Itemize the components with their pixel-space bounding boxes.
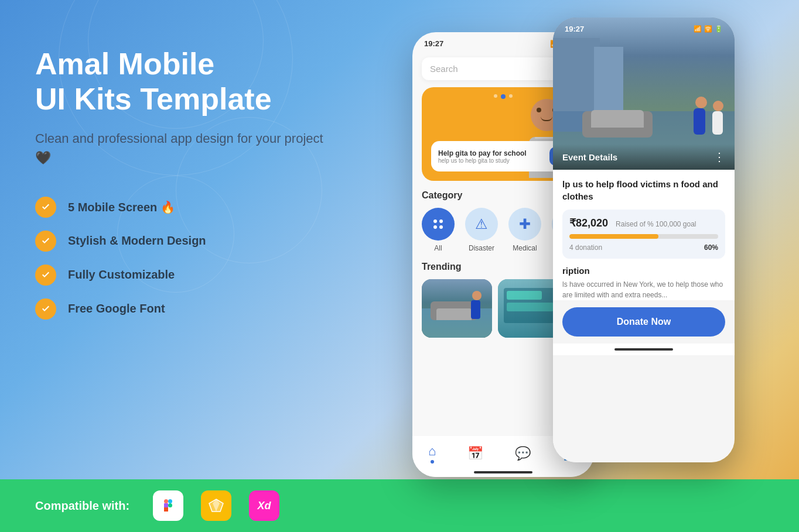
category-all[interactable]: All: [422, 208, 455, 252]
nav-calendar[interactable]: 📅: [467, 446, 483, 461]
event-header-image: 19:27 📶 🛜 🔋: [553, 18, 735, 170]
compat-bar: Compatible with: Xd: [0, 479, 799, 532]
hero-title: Help gita to pay for school: [438, 149, 527, 157]
bullet-1: [35, 197, 56, 218]
dot-2: [501, 94, 506, 99]
phone2-battery-icon: 🔋: [715, 25, 723, 33]
svg-rect-1: [168, 499, 172, 503]
category-medical[interactable]: ✚ Medical: [508, 208, 541, 252]
category-disaster[interactable]: ⚠ Disaster: [465, 208, 498, 252]
progress-bar: [569, 234, 718, 239]
cat-icon-all: [422, 208, 455, 241]
page-subtitle: Clean and professional app design for yo…: [35, 129, 340, 167]
cat-label-all: All: [434, 244, 442, 252]
raised-row: ₹82,020 Raised of % 100,000 goal 4 donat…: [562, 210, 725, 259]
phone1-time: 19:27: [424, 39, 443, 48]
cat-icon-disaster: ⚠: [465, 208, 498, 241]
hero-dots: [494, 94, 513, 99]
chat-icon: 💬: [515, 446, 531, 461]
phones-container: 19:27 📶 🛜 🔋 Search | 🔍: [401, 0, 799, 479]
donation-pct: 60%: [704, 243, 718, 252]
raised-goal: Raised of % 100,000 goal: [616, 220, 696, 228]
donation-row: 4 donation 60%: [569, 243, 718, 252]
nav-home[interactable]: ⌂: [428, 444, 436, 464]
features-list: 5 Mobile Screen 🔥 Stylish & Modern Desig…: [35, 197, 340, 320]
page-title: Amal Mobile UI Kits Template: [35, 47, 340, 117]
event-headline: lp us to help flood victims n food and c…: [562, 178, 725, 202]
home-indicator: [431, 460, 434, 464]
phone2-status-bar: 19:27 📶 🛜 🔋: [553, 18, 735, 38]
left-panel: Amal Mobile UI Kits Template Clean and p…: [35, 47, 340, 343]
donate-now-button[interactable]: Donate Now: [562, 307, 725, 337]
description-text: ls have occurred in New York, we to help…: [562, 279, 725, 300]
svg-point-8: [433, 219, 437, 223]
svg-point-10: [433, 225, 437, 229]
svg-rect-0: [164, 499, 168, 503]
feature-text-2: Stylish & Modern Design: [68, 234, 206, 248]
phone2-home-bar-container: [553, 344, 735, 355]
bullet-2: [35, 231, 56, 252]
cat-icon-medical: ✚: [508, 208, 541, 241]
description-section: ription ls have occurred in New York, we…: [562, 266, 725, 300]
home-bar: [474, 471, 532, 473]
xd-icon: Xd: [249, 490, 279, 521]
svg-rect-4: [164, 507, 168, 512]
event-more-icon[interactable]: ⋮: [713, 150, 725, 164]
progress-fill: [569, 234, 658, 239]
home-icon: ⌂: [428, 444, 436, 459]
raised-amount: ₹82,020: [569, 217, 611, 229]
bullet-4: [35, 298, 56, 320]
bullet-3: [35, 265, 56, 286]
hero-subtitle: help us to help gita to study: [438, 157, 527, 164]
phone-2: 19:27 📶 🛜 🔋: [553, 18, 735, 462]
sketch-icon: [201, 490, 231, 521]
svg-rect-2: [164, 503, 168, 507]
dot-1: [494, 94, 497, 98]
donation-count: 4 donation: [569, 243, 602, 252]
trend-card-1[interactable]: [422, 279, 492, 338]
feature-text-1: 5 Mobile Screen 🔥: [68, 200, 175, 214]
event-header-overlay: Event Details ⋮: [553, 144, 735, 170]
phone2-signal-icon: 📶: [694, 25, 702, 33]
feature-text-3: Fully Customizable: [68, 268, 175, 282]
event-title-overlay: Event Details: [562, 152, 617, 162]
feature-text-4: Free Google Font: [68, 302, 165, 315]
dot-3: [509, 94, 513, 98]
phone2-wifi-icon: 🛜: [704, 25, 712, 33]
feature-item-1: 5 Mobile Screen 🔥: [35, 197, 340, 218]
svg-point-3: [168, 503, 172, 507]
calendar-icon: 📅: [467, 446, 483, 461]
phone2-home-bar: [614, 348, 673, 351]
figma-icon: [153, 490, 183, 521]
hero-text-content: Help gita to pay for school help us to h…: [438, 149, 527, 164]
phone2-status-icons: 📶 🛜 🔋: [694, 25, 723, 33]
nav-chat[interactable]: 💬: [515, 446, 531, 461]
cat-label-disaster: Disaster: [469, 244, 494, 252]
phone2-inner: 19:27 📶 🛜 🔋: [553, 18, 735, 462]
feature-item-2: Stylish & Modern Design: [35, 231, 340, 252]
trend-image-flood: [422, 279, 492, 338]
compat-label: Compatible with:: [35, 499, 129, 513]
description-title: ription: [562, 266, 725, 276]
svg-point-11: [439, 225, 443, 229]
search-placeholder: Search: [430, 64, 458, 74]
feature-item-4: Free Google Font: [35, 298, 340, 320]
svg-point-9: [439, 219, 443, 223]
feature-item-3: Fully Customizable: [35, 265, 340, 286]
event-content: lp us to help flood victims n food and c…: [553, 170, 735, 300]
cat-label-medical: Medical: [513, 244, 537, 252]
phone2-time: 19:27: [565, 25, 584, 33]
